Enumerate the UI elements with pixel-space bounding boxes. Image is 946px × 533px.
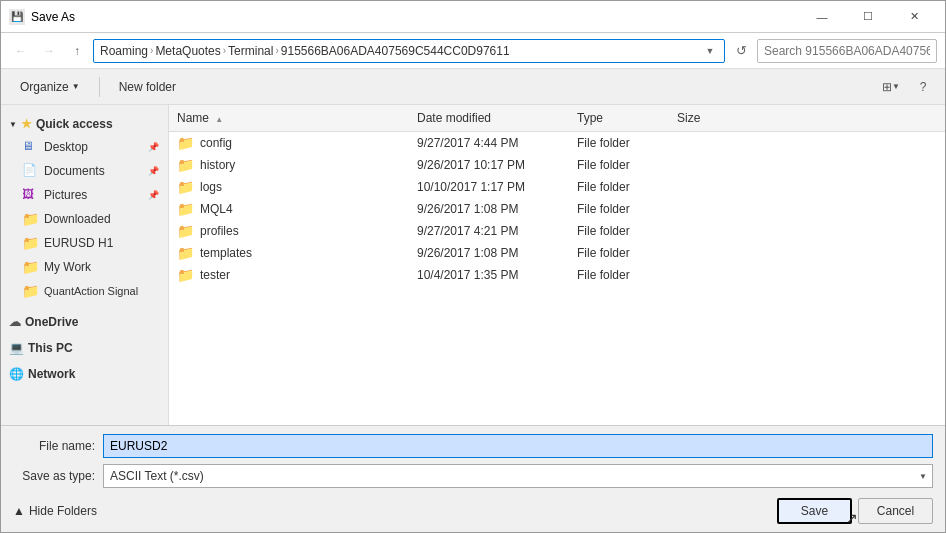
hide-folders-label: Hide Folders <box>29 504 97 518</box>
forward-button[interactable]: → <box>37 39 61 63</box>
col-header-date[interactable]: Date modified <box>409 109 569 127</box>
save-as-dialog: 💾 Save As — ☐ ✕ ← → ↑ Roaming › MetaQuot… <box>0 0 946 533</box>
folder-icon: 📁 <box>177 223 194 239</box>
file-size <box>669 273 749 277</box>
file-size <box>669 141 749 145</box>
pictures-icon: 🖼 <box>22 187 38 203</box>
sidebar-item-desktop[interactable]: 🖥 Desktop 📌 <box>1 135 168 159</box>
sidebar-item-downloaded[interactable]: 📁 Downloaded <box>1 207 168 231</box>
sort-asc-icon: ▲ <box>215 115 223 124</box>
back-button[interactable]: ← <box>9 39 33 63</box>
file-list-header: Name ▲ Date modified Type Size <box>169 105 945 132</box>
sidebar-item-onedrive[interactable]: ☁ OneDrive <box>1 311 168 333</box>
path-dropdown-button[interactable]: ▼ <box>702 39 718 63</box>
file-name: MQL4 <box>200 202 233 216</box>
sidebar-item-pictures[interactable]: 🖼 Pictures 📌 <box>1 183 168 207</box>
path-part-metaquotes[interactable]: MetaQuotes <box>155 44 220 58</box>
path-part-roaming[interactable]: Roaming <box>100 44 148 58</box>
path-part-terminal[interactable]: Terminal <box>228 44 273 58</box>
file-date: 9/27/2017 4:21 PM <box>409 222 569 240</box>
cancel-button[interactable]: Cancel <box>858 498 933 524</box>
table-row[interactable]: 📁 config 9/27/2017 4:44 PM File folder <box>169 132 945 154</box>
folder-icon: 📁 <box>177 179 194 195</box>
file-rows-container: 📁 config 9/27/2017 4:44 PM File folder 📁… <box>169 132 945 286</box>
folder-icon: 📁 <box>177 267 194 283</box>
file-size <box>669 207 749 211</box>
save-button[interactable]: Save <box>777 498 852 524</box>
sidebar-item-eurusd-h1[interactable]: 📁 EURUSD H1 <box>1 231 168 255</box>
col-header-size[interactable]: Size <box>669 109 749 127</box>
sidebar-item-my-work[interactable]: 📁 My Work <box>1 255 168 279</box>
pc-icon: 💻 <box>9 341 24 355</box>
folder-icon-quantaction: 📁 <box>22 283 38 299</box>
toolbar-separator <box>99 77 100 97</box>
breadcrumb: Roaming › MetaQuotes › Terminal › 915566… <box>100 44 702 58</box>
bottom-area: File name: Save as type: ASCII Text (*.c… <box>1 425 945 532</box>
maximize-button[interactable]: ☐ <box>845 1 891 33</box>
up-button[interactable]: ↑ <box>65 39 89 63</box>
organize-chevron-icon: ▼ <box>72 82 80 91</box>
file-list: Name ▲ Date modified Type Size 📁 config <box>169 105 945 425</box>
sidebar-item-documents-label: Documents <box>44 164 105 178</box>
cloud-icon: ☁ <box>9 315 21 329</box>
sidebar-item-documents[interactable]: 📄 Documents 📌 <box>1 159 168 183</box>
title-bar: 💾 Save As — ☐ ✕ <box>1 1 945 33</box>
hide-folders-button[interactable]: ▲ Hide Folders <box>13 504 97 518</box>
sidebar-item-quantaction-label: QuantAction Signal <box>44 285 138 297</box>
view-button[interactable]: ⊞ ▼ <box>877 73 905 101</box>
refresh-button[interactable]: ↺ <box>729 39 753 63</box>
this-pc-label: This PC <box>28 341 73 355</box>
window-icon: 💾 <box>9 9 25 25</box>
toolbar: Organize ▼ New folder ⊞ ▼ ? <box>1 69 945 105</box>
file-size <box>669 185 749 189</box>
sidebar-item-quantaction[interactable]: 📁 QuantAction Signal <box>1 279 168 303</box>
folder-icon: 📁 <box>177 135 194 151</box>
file-date: 9/26/2017 10:17 PM <box>409 156 569 174</box>
filename-row: File name: <box>13 434 933 458</box>
buttons-row: ▲ Hide Folders Save Cancel <box>13 494 933 524</box>
sidebar-item-this-pc[interactable]: 💻 This PC <box>1 337 168 359</box>
minimize-button[interactable]: — <box>799 1 845 33</box>
table-row[interactable]: 📁 tester 10/4/2017 1:35 PM File folder <box>169 264 945 286</box>
file-size <box>669 163 749 167</box>
savetype-label: Save as type: <box>13 469 103 483</box>
sidebar-item-eurusd-label: EURUSD H1 <box>44 236 113 250</box>
view-chevron-icon: ▼ <box>892 82 900 91</box>
new-folder-button[interactable]: New folder <box>108 73 187 101</box>
folder-icon: 📁 <box>177 201 194 217</box>
table-row[interactable]: 📁 templates 9/26/2017 1:08 PM File folde… <box>169 242 945 264</box>
address-path: Roaming › MetaQuotes › Terminal › 915566… <box>93 39 725 63</box>
folder-icon: 📁 <box>177 157 194 173</box>
organize-button[interactable]: Organize ▼ <box>9 73 91 101</box>
file-type: File folder <box>569 178 669 196</box>
table-row[interactable]: 📁 MQL4 9/26/2017 1:08 PM File folder <box>169 198 945 220</box>
sidebar-item-network[interactable]: 🌐 Network <box>1 363 168 385</box>
folder-icon-eurusd: 📁 <box>22 235 38 251</box>
toolbar-right: ⊞ ▼ ? <box>877 73 937 101</box>
window-title: Save As <box>31 10 799 24</box>
savetype-select[interactable]: ASCII Text (*.csv)CSV (*.csv)Text (*.txt… <box>103 464 933 488</box>
pin-icon-pics: 📌 <box>148 190 159 200</box>
documents-icon: 📄 <box>22 163 38 179</box>
col-header-type[interactable]: Type <box>569 109 669 127</box>
search-input[interactable] <box>757 39 937 63</box>
table-row[interactable]: 📁 profiles 9/27/2017 4:21 PM File folder <box>169 220 945 242</box>
file-name: logs <box>200 180 222 194</box>
pin-icon-docs: 📌 <box>148 166 159 176</box>
organize-label: Organize <box>20 80 69 94</box>
file-name: history <box>200 158 235 172</box>
path-part-id[interactable]: 915566BA06ADA407569C544CC0D97611 <box>281 44 510 58</box>
table-row[interactable]: 📁 logs 10/10/2017 1:17 PM File folder <box>169 176 945 198</box>
table-row[interactable]: 📁 history 9/26/2017 10:17 PM File folder <box>169 154 945 176</box>
folder-icon-work: 📁 <box>22 259 38 275</box>
view-icon: ⊞ <box>882 80 892 94</box>
quick-access-label: Quick access <box>36 117 113 131</box>
sidebar: ▼ ★ Quick access 🖥 Desktop 📌 📄 Documents… <box>1 105 169 425</box>
desktop-icon: 🖥 <box>22 139 38 155</box>
filename-input[interactable] <box>103 434 933 458</box>
col-header-name[interactable]: Name ▲ <box>169 109 409 127</box>
close-button[interactable]: ✕ <box>891 1 937 33</box>
help-button[interactable]: ? <box>909 73 937 101</box>
sidebar-section-quick-access[interactable]: ▼ ★ Quick access <box>1 113 168 135</box>
file-type: File folder <box>569 156 669 174</box>
